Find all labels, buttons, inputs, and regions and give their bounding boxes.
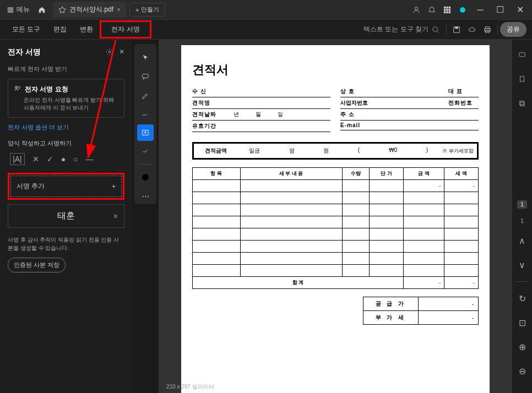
sign-tab[interactable]: 전자 서명 xyxy=(100,20,151,39)
bell-icon xyxy=(428,6,436,14)
tab-title: 견적서양식.pdf xyxy=(69,5,113,14)
save-icon xyxy=(453,26,460,34)
svg-point-16 xyxy=(108,51,111,53)
sign-icon xyxy=(142,148,149,155)
color-tool[interactable] xyxy=(137,169,154,185)
chat-icon xyxy=(518,51,526,59)
svg-rect-2 xyxy=(446,6,448,8)
close-window-button[interactable]: ✕ xyxy=(510,2,530,18)
search-box[interactable]: 텍스트 또는 도구 찾기 xyxy=(359,23,444,36)
user-button[interactable] xyxy=(409,2,424,18)
chat-button[interactable] xyxy=(514,47,530,63)
print-button[interactable] xyxy=(480,22,495,37)
svg-rect-6 xyxy=(449,9,451,11)
svg-rect-18 xyxy=(143,74,149,78)
signature-remove-button[interactable]: ✕ xyxy=(113,212,118,220)
save-button[interactable] xyxy=(449,22,464,37)
signature-entry[interactable]: 태훈 ✕ xyxy=(8,204,124,228)
zoom-fit-button[interactable]: ⊡ xyxy=(514,315,530,330)
home-icon xyxy=(38,6,46,14)
svg-rect-7 xyxy=(444,11,446,13)
svg-rect-4 xyxy=(444,9,446,11)
panel-close-button[interactable]: ✕ xyxy=(119,48,124,57)
add-signature-button[interactable]: 서명 추가 + xyxy=(10,176,122,197)
copy-icon xyxy=(518,100,526,107)
line-tool[interactable]: — xyxy=(86,155,94,163)
check-tool[interactable]: ✓ xyxy=(47,155,53,163)
tool-bar: 모든 도구 편집 변환 전자 서명 텍스트 또는 도구 찾기 공유 xyxy=(0,20,532,40)
minimize-button[interactable]: ─ xyxy=(470,2,490,18)
right-rail: 1 1 ∧ ∨ ↻ ⊡ ⊕ ⊖ xyxy=(512,40,532,393)
notification-button[interactable] xyxy=(424,2,439,18)
all-tools-tab[interactable]: 모든 도구 xyxy=(6,20,47,39)
draw-icon xyxy=(142,110,149,118)
cursor-icon xyxy=(142,54,149,62)
svg-rect-1 xyxy=(444,6,446,8)
comment-tool[interactable] xyxy=(137,68,154,85)
svg-point-0 xyxy=(415,7,417,9)
svg-point-10 xyxy=(433,26,438,31)
summary-table: 공 급 가- 부 가 세- xyxy=(363,297,479,325)
rotate-button[interactable]: ↻ xyxy=(514,291,530,306)
maximize-button[interactable]: ☐ xyxy=(490,2,510,18)
new-tab-button[interactable]: + 만들기 xyxy=(129,3,165,17)
zoom-out-button[interactable]: ⊖ xyxy=(514,363,530,379)
select-tool[interactable] xyxy=(137,50,154,66)
request-signature-card[interactable]: 전자 서명 요청 온라인 전자 서명을 빠르게 받기 위해 사용자에게 이 문서… xyxy=(8,79,124,118)
draw-tool[interactable] xyxy=(137,106,154,122)
svg-rect-13 xyxy=(486,26,490,29)
up-button[interactable]: ∧ xyxy=(514,233,530,248)
more-options-link[interactable]: 전자 서명 옵션 더 보기 xyxy=(8,123,124,132)
svg-rect-22 xyxy=(520,102,524,106)
text-box-tool[interactable] xyxy=(137,124,154,141)
doc-title: 견적서 xyxy=(192,62,479,78)
sign-side-panel: 전자 서명 ✕ 빠르게 전자 서명 받기 전자 서명 요청 온라인 전자 서명을… xyxy=(0,40,132,393)
menu-button[interactable]: 메뉴 xyxy=(2,3,34,17)
amount-box: 견적금액 일금 영 원 ( ₩0 ) ※ 부가세포함 xyxy=(192,142,479,160)
text-tool[interactable]: |A| xyxy=(10,153,25,165)
page-indicator[interactable]: 1 xyxy=(517,200,527,209)
document-viewport[interactable]: 견적서 수 신 견적명 견적날짜년월일 유효기간 상 호대 표 사업자번호전화번… xyxy=(159,40,512,393)
svg-rect-9 xyxy=(449,11,451,13)
document-tab[interactable]: 견적서양식.pdf × xyxy=(53,2,126,18)
search-icon xyxy=(432,26,439,34)
svg-rect-8 xyxy=(446,11,448,13)
svg-rect-5 xyxy=(446,9,448,11)
svg-rect-20 xyxy=(519,53,525,57)
home-button[interactable] xyxy=(34,2,50,18)
cloud-button[interactable] xyxy=(464,22,480,37)
apps-button[interactable] xyxy=(439,2,455,18)
svg-rect-12 xyxy=(455,26,458,29)
circle-tool[interactable]: ○ xyxy=(73,155,78,163)
down-button[interactable]: ∨ xyxy=(514,257,530,272)
text-box-icon xyxy=(142,129,149,137)
more-tools[interactable]: ⋯ xyxy=(137,188,154,204)
x-tool[interactable]: ✕ xyxy=(32,155,39,163)
svg-rect-21 xyxy=(520,101,524,105)
highlight-icon xyxy=(142,91,149,99)
pen-user-icon xyxy=(14,85,21,92)
fill-tools: |A| ✕ ✓ ● ○ — xyxy=(8,153,124,165)
page-goto[interactable]: 1 xyxy=(520,217,524,224)
save-certified-copy-button[interactable]: 인증된 사본 저장 xyxy=(8,258,66,272)
tab-close-button[interactable]: × xyxy=(117,6,121,14)
bookmark-icon xyxy=(518,75,526,83)
convert-tab[interactable]: 변환 xyxy=(73,20,100,39)
zoom-in-button[interactable]: ⊕ xyxy=(514,339,530,354)
highlight-tool[interactable] xyxy=(137,87,154,103)
comment-icon xyxy=(142,73,149,80)
cloud-icon xyxy=(468,26,476,34)
hamburger-icon xyxy=(7,6,14,14)
search-placeholder: 텍스트 또는 도구 찾기 xyxy=(363,25,428,34)
bookmark-button[interactable] xyxy=(514,72,530,87)
user-icon xyxy=(412,6,420,14)
accent-indicator[interactable] xyxy=(455,2,470,18)
edit-tab[interactable]: 편집 xyxy=(47,20,73,39)
copy-button[interactable] xyxy=(514,96,530,111)
settings-button[interactable] xyxy=(106,48,113,57)
gear-icon xyxy=(106,48,113,56)
panel-title: 전자 서명 xyxy=(8,47,41,57)
share-button[interactable]: 공유 xyxy=(500,22,526,37)
dot-tool[interactable]: ● xyxy=(61,155,66,163)
sign-tool[interactable] xyxy=(137,143,154,160)
